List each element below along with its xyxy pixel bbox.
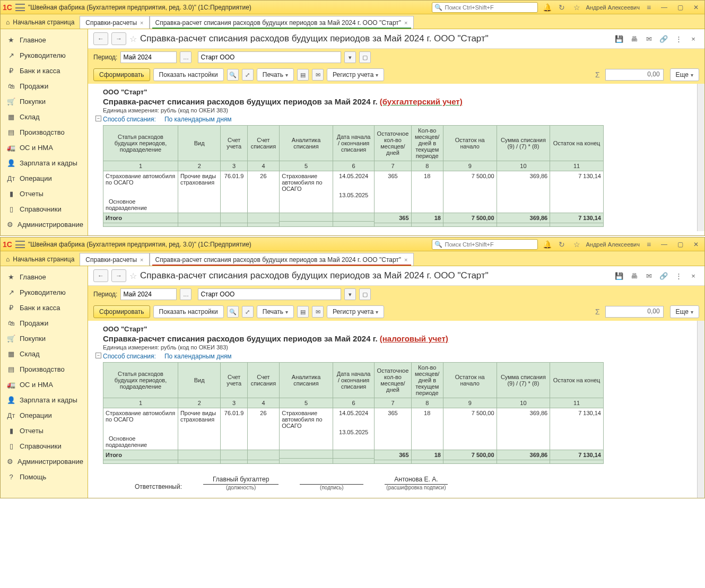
settings-lines-icon[interactable]: ≡	[643, 2, 655, 13]
sidebar-item-warehouse[interactable]: ▦Склад	[1, 109, 88, 125]
tab-home[interactable]: ⌂ Начальная страница	[1, 16, 80, 29]
register-dropdown[interactable]: Регистр учета	[327, 68, 384, 81]
sidebar-item-salary[interactable]: 👤Зарплата и кадры	[1, 155, 88, 171]
period-picker-button[interactable]: …	[180, 288, 192, 300]
expand-button[interactable]: ⤢	[242, 306, 254, 318]
star-icon[interactable]: ☆	[571, 239, 582, 250]
sidebar-item-production[interactable]: ▤Производство	[1, 362, 88, 377]
sidebar-item-bank[interactable]: ₽Банк и касса	[1, 300, 88, 315]
sidebar-item-sales[interactable]: 🛍Продажи	[1, 315, 88, 331]
sidebar-item-salary[interactable]: 👤Зарплата и кадры	[1, 392, 88, 408]
collapse-button[interactable]: −	[95, 353, 101, 358]
sidebar-item-production[interactable]: ▤Производство	[1, 125, 88, 140]
sidebar-item-main[interactable]: ★Главное	[1, 32, 88, 48]
sidebar-item-operations[interactable]: ДтОперации	[1, 171, 88, 186]
sidebar-item-bank[interactable]: ₽Банк и касса	[1, 63, 88, 78]
org-dropdown-button[interactable]: ▾	[344, 51, 356, 63]
find-button[interactable]: 🔍	[227, 306, 239, 318]
scrollbar[interactable]	[697, 84, 704, 231]
link-icon[interactable]: 🔗	[658, 33, 669, 45]
forward-button[interactable]: →	[111, 32, 126, 45]
maximize-button[interactable]: ▢	[674, 2, 686, 13]
org-open-button[interactable]: ▢	[359, 51, 371, 63]
close-icon[interactable]: ×	[404, 20, 407, 26]
sidebar-item-reports[interactable]: ▮Отчеты	[1, 423, 88, 438]
period-input[interactable]	[123, 291, 174, 298]
org-field[interactable]	[198, 51, 341, 63]
generate-button[interactable]: Сформировать	[93, 305, 150, 318]
hamburger-icon[interactable]	[15, 4, 25, 11]
collapse-button[interactable]: −	[95, 116, 101, 121]
save-icon[interactable]: 💾	[613, 33, 625, 45]
period-input[interactable]	[123, 54, 174, 61]
tab-home[interactable]: ⌂ Начальная страница	[1, 253, 80, 266]
sidebar-item-reports[interactable]: ▮Отчеты	[1, 186, 88, 201]
sidebar-item-purchases[interactable]: 🛒Покупки	[1, 331, 88, 346]
doc-icon-button[interactable]: ▤	[297, 306, 309, 318]
sidebar-item-main[interactable]: ★Главное	[1, 269, 88, 285]
sidebar-item-purchases[interactable]: 🛒Покупки	[1, 94, 88, 109]
expand-button[interactable]: ⤢	[242, 69, 254, 81]
period-picker-button[interactable]: …	[180, 51, 192, 63]
more-button[interactable]: Еще	[670, 305, 699, 318]
bell-icon[interactable]: 🔔	[541, 2, 553, 13]
history-icon[interactable]: ↻	[556, 239, 568, 250]
tab-references[interactable]: Справки-расчеты ×	[80, 16, 149, 29]
show-settings-button[interactable]: Показать настройки	[153, 68, 224, 81]
sidebar-item-admin[interactable]: ⚙Администрирование	[1, 217, 88, 232]
sidebar-item-operations[interactable]: ДтОперации	[1, 408, 88, 423]
back-button[interactable]: ←	[93, 32, 108, 45]
print-icon[interactable]: 🖶	[628, 33, 640, 45]
sidebar-item-warehouse[interactable]: ▦Склад	[1, 346, 88, 362]
sidebar-item-refs[interactable]: ▯Справочники	[1, 201, 88, 217]
close-panel-button[interactable]: ×	[687, 33, 699, 45]
sidebar-item-sales[interactable]: 🛍Продажи	[1, 78, 88, 94]
favorite-button[interactable]: ☆	[129, 271, 137, 281]
mail-icon[interactable]: ✉	[643, 33, 655, 45]
show-settings-button[interactable]: Показать настройки	[153, 305, 224, 318]
close-button[interactable]: ✕	[690, 239, 702, 250]
org-dropdown-button[interactable]: ▾	[344, 288, 356, 300]
user-name[interactable]: Андрей Алексеевич	[586, 241, 640, 248]
mail-button[interactable]: ✉	[312, 69, 324, 81]
register-dropdown[interactable]: Регистр учета	[327, 305, 384, 318]
org-field[interactable]	[198, 288, 341, 300]
sidebar-item-admin[interactable]: ⚙Администрирование	[1, 454, 88, 469]
hamburger-icon[interactable]	[15, 241, 25, 248]
menu-icon[interactable]: ⋮	[673, 33, 684, 45]
org-input[interactable]	[201, 291, 338, 298]
minimize-button[interactable]: —	[658, 239, 671, 250]
tab-references[interactable]: Справки-расчеты ×	[80, 253, 149, 266]
star-icon[interactable]: ☆	[571, 2, 582, 13]
scrollbar[interactable]	[697, 321, 704, 498]
org-input[interactable]	[201, 54, 338, 61]
minimize-button[interactable]: —	[658, 2, 671, 13]
link-icon[interactable]: 🔗	[658, 270, 669, 282]
favorite-button[interactable]: ☆	[129, 34, 137, 44]
close-icon[interactable]: ×	[140, 20, 143, 26]
sidebar-item-help[interactable]: ?Помощь	[1, 469, 88, 485]
user-name[interactable]: Андрей Алексеевич	[586, 4, 640, 11]
sidebar-item-assets[interactable]: 🚛ОС и НМА	[1, 140, 88, 155]
search-input[interactable]	[445, 241, 535, 248]
find-button[interactable]: 🔍	[227, 69, 239, 81]
tab-report[interactable]: Справка-расчет списания расходов будущих…	[150, 253, 414, 266]
mail-button[interactable]: ✉	[312, 306, 324, 318]
more-button[interactable]: Еще	[670, 68, 699, 81]
save-icon[interactable]: 💾	[613, 270, 625, 282]
generate-button[interactable]: Сформировать	[93, 68, 150, 81]
menu-icon[interactable]: ⋮	[673, 270, 684, 282]
sidebar-item-assets[interactable]: 🚛ОС и НМА	[1, 377, 88, 392]
maximize-button[interactable]: ▢	[674, 239, 686, 250]
print-icon[interactable]: 🖶	[628, 270, 640, 282]
global-search[interactable]: 🔍	[432, 239, 538, 250]
sidebar-item-manager[interactable]: ↗Руководителю	[1, 285, 88, 300]
period-field[interactable]	[120, 288, 177, 300]
period-field[interactable]	[120, 51, 177, 63]
doc-icon-button[interactable]: ▤	[297, 69, 309, 81]
close-icon[interactable]: ×	[404, 257, 407, 263]
history-icon[interactable]: ↻	[556, 2, 568, 13]
close-button[interactable]: ✕	[690, 2, 702, 13]
back-button[interactable]: ←	[93, 269, 108, 282]
org-open-button[interactable]: ▢	[359, 288, 371, 300]
